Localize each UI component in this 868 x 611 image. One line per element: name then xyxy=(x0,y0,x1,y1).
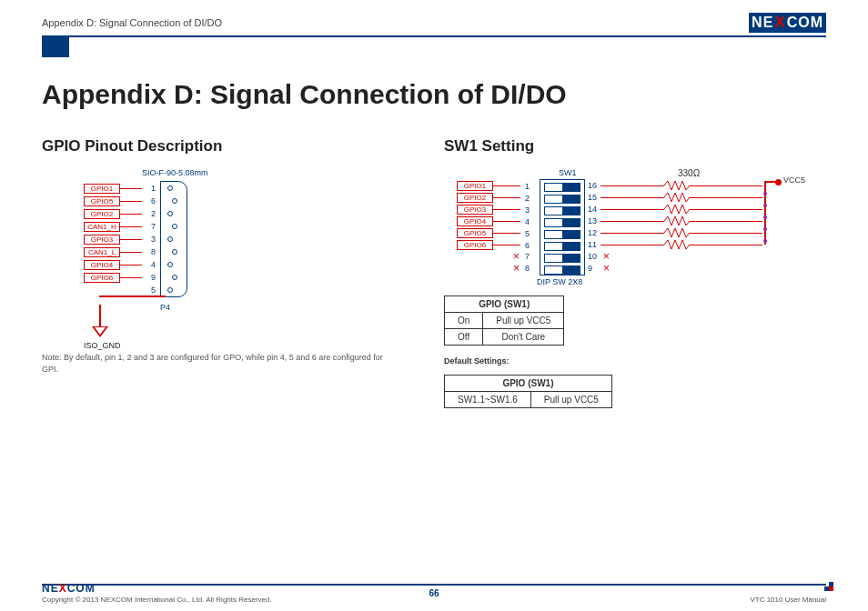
x-mark-icon: × xyxy=(603,262,610,275)
default-settings-label: Default Settings: xyxy=(444,356,826,366)
sw-right-row: 16 xyxy=(588,181,762,190)
header-section-title: Appendix D: Signal Connection of DI/DO xyxy=(42,17,222,28)
pin-row: GPIO6 9 xyxy=(84,272,177,283)
sw-row: GPIO4 4 xyxy=(457,216,530,226)
sw-right-row: 12 xyxy=(588,228,762,237)
pin-circle-icon xyxy=(167,185,173,191)
page-title: Appendix D: Signal Connection of DI/DO xyxy=(42,79,826,110)
connector-ref: P4 xyxy=(160,303,170,312)
x-mark-icon: × xyxy=(513,250,520,263)
gnd-wire xyxy=(99,295,166,297)
pin-circle-icon xyxy=(172,198,177,204)
x-mark-icon: × xyxy=(513,262,520,275)
page-header: Appendix D: Signal Connection of DI/DO N… xyxy=(0,0,868,33)
sw1-table: GPIO (SW1) On Pull up VCC5 Off Don't Car… xyxy=(444,295,564,346)
resistor-icon xyxy=(664,194,690,201)
gpio-pinout-section: GPIO Pinout Description SIO-F-90-5.08mm … xyxy=(42,137,399,408)
sw-right-row: 14 xyxy=(588,205,762,214)
sw1-title: SW1 xyxy=(559,168,577,177)
pin-circle-icon xyxy=(167,287,173,293)
pin-row: GPIO2 2 xyxy=(84,208,173,219)
table-header: GPIO (SW1) xyxy=(445,376,612,392)
table-row: SW1.1~SW1.6 Pull up VCC5 xyxy=(445,392,612,408)
sw-row: GPIO3 3 xyxy=(457,205,530,215)
header-rule xyxy=(42,35,826,37)
table-header: GPIO (SW1) xyxy=(445,296,564,313)
pin-circle-icon xyxy=(172,224,177,229)
gnd-label: ISO_GND xyxy=(84,341,121,350)
sw-right-row: 13 xyxy=(588,216,762,225)
sw-row: 8 xyxy=(520,264,530,273)
table-row: On Pull up VCC5 xyxy=(445,313,564,329)
footer-logo: NEXCOM xyxy=(42,582,272,595)
sw-right-row: 9 xyxy=(588,264,601,273)
pin-row: GPIO5 6 xyxy=(84,195,177,206)
sw-row: GPIO5 5 xyxy=(457,228,530,238)
page-number: 66 xyxy=(429,588,439,598)
gpio-pinout-diagram: SIO-F-90-5.08mm P4 GPIO1 1 GPIO5 6 xyxy=(42,168,369,341)
table-row: Off Don't Care xyxy=(445,329,564,346)
pin-circle-icon xyxy=(172,249,177,255)
sw-row: GPIO6 6 xyxy=(457,240,530,250)
sw-row: GPIO2 2 xyxy=(457,193,530,203)
main-content: Appendix D: Signal Connection of DI/DO G… xyxy=(0,57,868,408)
sw1-section: SW1 Setting SW1 GPIO1 1 GPIO2 2 GPIO3 xyxy=(444,137,826,408)
junction-node-icon xyxy=(763,239,767,243)
pin-row: GPIO4 4 xyxy=(84,259,173,270)
connector-type-label: SIO-F-90-5.08mm xyxy=(142,168,208,177)
dip-switch-body xyxy=(540,179,585,275)
pin-label: GPIO1 xyxy=(84,184,120,194)
vcc-node-icon xyxy=(775,178,782,187)
pin-row: 5 xyxy=(142,285,173,295)
sw-right-row: 11 xyxy=(588,240,762,249)
gnd-wire xyxy=(99,305,101,326)
header-tab-marker xyxy=(42,37,69,57)
ground-icon xyxy=(92,326,108,337)
resistor-icon xyxy=(664,182,690,189)
junction-node-icon xyxy=(763,227,767,231)
vcc-bus-wire xyxy=(764,181,766,245)
sw1-diagram: SW1 GPIO1 1 GPIO2 2 GPIO3 3 xyxy=(444,168,826,286)
corner-decoration-icon xyxy=(824,582,833,591)
pin-circle-icon xyxy=(167,211,173,216)
pin-row: GPIO3 3 xyxy=(84,234,173,245)
pin-row: CAN1_H 7 xyxy=(84,221,177,232)
resistor-icon xyxy=(664,229,690,236)
pin-row: CAN1_L 8 xyxy=(84,246,177,257)
resistor-icon xyxy=(664,241,690,248)
dip-label: DIP SW 2X8 xyxy=(537,277,582,286)
resistor-icon xyxy=(664,217,690,225)
junction-node-icon xyxy=(763,192,767,195)
brand-logo: NEXCOM xyxy=(749,13,826,33)
sw-row: GPIO1 1 xyxy=(457,181,530,191)
resistor-icon xyxy=(664,205,690,213)
pin-number: 1 xyxy=(145,184,156,193)
gpio-heading: GPIO Pinout Description xyxy=(42,137,399,155)
sw1-heading: SW1 Setting xyxy=(444,137,826,155)
junction-node-icon xyxy=(763,215,767,219)
pin-row: GPIO1 1 xyxy=(84,183,173,194)
sw-row: 7 xyxy=(520,252,530,261)
sw-right-row: 10 xyxy=(588,252,601,261)
copyright-text: Copyright © 2013 NEXCOM International Co… xyxy=(42,596,272,604)
junction-node-icon xyxy=(763,204,767,207)
x-mark-icon: × xyxy=(603,250,610,263)
sw-right-row: 15 xyxy=(588,193,762,202)
pin-circle-icon xyxy=(167,262,173,267)
pin-circle-icon xyxy=(167,236,173,242)
sw1-default-table: GPIO (SW1) SW1.1~SW1.6 Pull up VCC5 xyxy=(444,375,612,408)
vcc-label: VCC5 xyxy=(783,175,805,185)
resistor-label: 330Ω xyxy=(678,168,700,178)
pin-circle-icon xyxy=(172,275,177,280)
gpio-note: Note: By default, pin 1, 2 and 3 are con… xyxy=(42,352,388,375)
manual-name: VTC 1010 User Manual xyxy=(750,596,826,604)
